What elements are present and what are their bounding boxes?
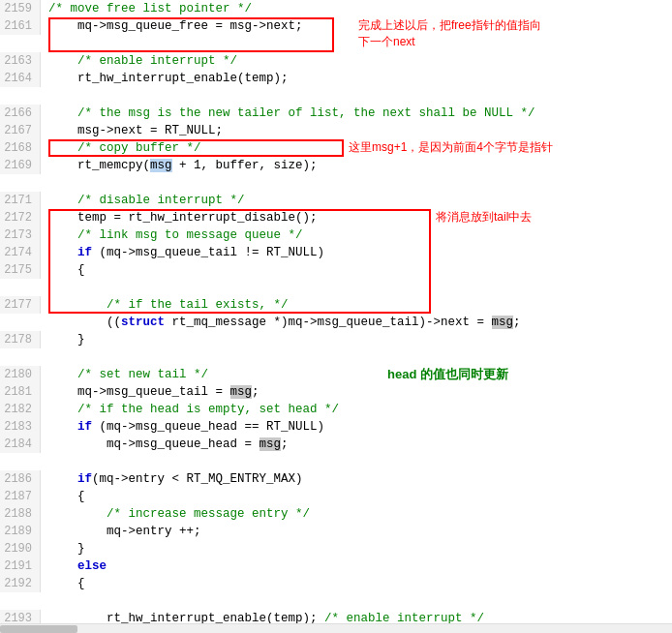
code-line: 2173 /* link msg to message queue */	[0, 226, 672, 244]
code-line	[0, 174, 672, 192]
line-number: 2182	[0, 401, 41, 418]
code-line: 2188 /* increase message entry */	[0, 505, 672, 523]
code-line: 2190 }	[0, 540, 672, 558]
code-line: 2175 {	[0, 261, 672, 279]
code-line	[0, 453, 672, 470]
line-number: 2175	[0, 261, 41, 279]
line-content: rt_hw_interrupt_enable(temp);	[41, 70, 672, 87]
line-content: /* move free list pointer */	[41, 0, 672, 17]
code-line: 2174 if (mq->msg_queue_tail != RT_NULL)	[0, 244, 672, 261]
line-number: 2178	[0, 331, 41, 348]
line-content: ((struct rt_mq_message *)mq->msg_queue_t…	[41, 314, 672, 331]
code-line: 2164 rt_hw_interrupt_enable(temp);	[0, 70, 672, 87]
code-line: 2172 temp = rt_hw_interrupt_disable();	[0, 209, 672, 226]
line-content: /* increase message entry */	[41, 505, 672, 523]
line-number: 2174	[0, 244, 41, 261]
line-number: 2173	[0, 226, 41, 244]
line-content: /* if the head is empty, set head */	[41, 401, 672, 418]
line-content: /* link msg to message queue */	[41, 226, 672, 244]
code-line: 2187 {	[0, 488, 672, 505]
line-number: 2161	[0, 17, 41, 35]
code-line: 2191 else	[0, 558, 672, 575]
line-number: 2172	[0, 209, 41, 226]
line-number: 2169	[0, 157, 41, 174]
line-number: 2190	[0, 540, 41, 558]
code-line: 2180 /* set new tail */	[0, 366, 672, 383]
line-number: 2187	[0, 488, 41, 505]
code-line	[0, 279, 672, 296]
line-content: if (mq->msg_queue_head == RT_NULL)	[41, 418, 672, 436]
line-number: 2189	[0, 523, 41, 540]
code-line	[0, 348, 672, 366]
line-number: 2180	[0, 366, 41, 383]
code-line: 2186 if(mq->entry < RT_MQ_ENTRY_MAX)	[0, 470, 672, 488]
code-line: 2171 /* disable interrupt */	[0, 192, 672, 209]
line-number: 2168	[0, 139, 41, 157]
line-content: if (mq->msg_queue_tail != RT_NULL)	[41, 244, 672, 261]
annotation-3: 将消息放到tail中去	[436, 209, 532, 226]
code-line: 2183 if (mq->msg_queue_head == RT_NULL)	[0, 418, 672, 436]
line-content: temp = rt_hw_interrupt_disable();	[41, 209, 672, 226]
line-content: {	[41, 261, 672, 279]
code-line: ((struct rt_mq_message *)mq->msg_queue_t…	[0, 314, 672, 331]
horizontal-scrollbar[interactable]	[0, 623, 672, 633]
code-line: 2182 /* if the head is empty, set head *…	[0, 401, 672, 418]
line-content: /* enable interrupt */	[41, 52, 672, 70]
line-content: }	[41, 540, 672, 558]
line-content: msg->next = RT_NULL;	[41, 122, 672, 139]
code-line: 2167 msg->next = RT_NULL;	[0, 122, 672, 139]
code-line	[0, 87, 672, 105]
line-number: 2164	[0, 70, 41, 87]
code-line: 2168 /* copy buffer */	[0, 139, 672, 157]
editor-container: 2159/* move free list pointer */2161 mq-…	[0, 0, 672, 633]
line-content: mq->msg_queue_free = msg->next;	[41, 17, 672, 35]
line-content: /* disable interrupt */	[41, 192, 672, 209]
line-content: mq->msg_queue_tail = msg;	[41, 383, 672, 401]
line-number: 2191	[0, 558, 41, 575]
line-number: 2166	[0, 105, 41, 122]
annotation-1: 完成上述以后，把free指针的值指向下一个next	[358, 17, 541, 50]
line-number: 2177	[0, 296, 41, 314]
line-content: mq->entry ++;	[41, 523, 672, 540]
line-number: 2183	[0, 418, 41, 436]
code-line: 2166 /* the msg is the new tailer of lis…	[0, 105, 672, 122]
code-line: 2163 /* enable interrupt */	[0, 52, 672, 70]
code-line: 2189 mq->entry ++;	[0, 523, 672, 540]
line-content: mq->msg_queue_head = msg;	[41, 436, 672, 453]
code-line: 2159/* move free list pointer */	[0, 0, 672, 17]
line-content: else	[41, 558, 672, 575]
line-number: 2171	[0, 192, 41, 209]
code-line	[0, 35, 672, 52]
code-line: 2192 {	[0, 575, 672, 592]
annotation-2: 这里msg+1，是因为前面4个字节是指针	[349, 139, 553, 156]
line-number: 2167	[0, 122, 41, 139]
line-number: 2163	[0, 52, 41, 70]
line-number: 2184	[0, 436, 41, 453]
line-content: /* if the tail exists, */	[41, 296, 672, 314]
line-content: if(mq->entry < RT_MQ_ENTRY_MAX)	[41, 470, 672, 488]
code-area: 2159/* move free list pointer */2161 mq-…	[0, 0, 672, 633]
line-number: 2181	[0, 383, 41, 401]
line-number: 2159	[0, 0, 41, 17]
line-content: {	[41, 488, 672, 505]
line-content: {	[41, 575, 672, 592]
code-line: 2184 mq->msg_queue_head = msg;	[0, 436, 672, 453]
line-content: /* set new tail */	[41, 366, 672, 383]
scrollbar-thumb[interactable]	[0, 625, 77, 633]
line-content: /* the msg is the new tailer of list, th…	[41, 105, 672, 122]
line-number: 2186	[0, 470, 41, 488]
annotation-4: head 的值也同时更新	[387, 366, 508, 383]
line-content: rt_memcpy(msg + 1, buffer, size);	[41, 157, 672, 174]
code-line: 2177 /* if the tail exists, */	[0, 296, 672, 314]
code-line: 2178 }	[0, 331, 672, 348]
code-line	[0, 592, 672, 610]
line-number: 2192	[0, 575, 41, 592]
code-line: 2161 mq->msg_queue_free = msg->next;	[0, 17, 672, 35]
code-line: 2181 mq->msg_queue_tail = msg;	[0, 383, 672, 401]
line-content: }	[41, 331, 672, 348]
line-number: 2188	[0, 505, 41, 523]
code-line: 2169 rt_memcpy(msg + 1, buffer, size);	[0, 157, 672, 174]
